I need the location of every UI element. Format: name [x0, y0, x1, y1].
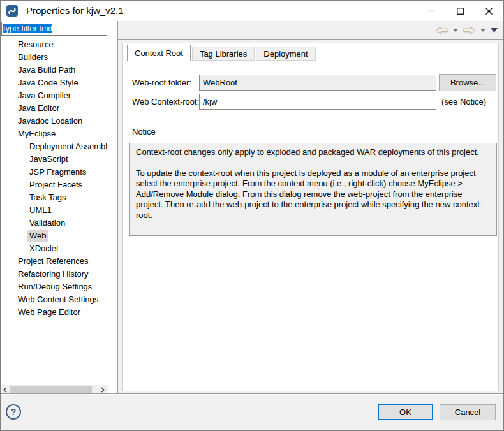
- close-icon: [485, 8, 493, 15]
- properties-sidebar: type filter text ResourceBuildersJava Bu…: [1, 21, 117, 395]
- page-area: Context RootTag LibrariesDeployment Web-…: [118, 21, 503, 395]
- filter-input[interactable]: type filter text: [1, 22, 107, 36]
- tree-item[interactable]: Validation: [1, 217, 117, 230]
- close-button[interactable]: [475, 1, 503, 21]
- button-bar: ? OK Cancel: [1, 393, 503, 430]
- tree-item[interactable]: JSP Fragments: [1, 166, 117, 179]
- minimize-icon: [428, 8, 435, 15]
- tree-item[interactable]: Deployment Assembl: [1, 140, 117, 153]
- tree-item[interactable]: Run/Debug Settings: [1, 281, 117, 293]
- browse-button[interactable]: Browse...: [439, 74, 496, 91]
- sidebar-horizontal-scrollbar[interactable]: [1, 385, 108, 394]
- tree-item[interactable]: Web Content Settings: [1, 293, 117, 306]
- back-button[interactable]: [434, 25, 449, 36]
- see-notice-text: (see Notice): [441, 94, 486, 110]
- help-button[interactable]: ?: [6, 404, 21, 420]
- properties-tree: ResourceBuildersJava Build PathJava Code…: [1, 38, 117, 319]
- tree-item[interactable]: JavaScript: [1, 153, 117, 166]
- scroll-right-arrow-icon[interactable]: [98, 385, 107, 394]
- tree-item[interactable]: Builders: [1, 51, 117, 64]
- window-controls: [417, 1, 503, 21]
- forward-menu-button[interactable]: [479, 27, 487, 33]
- tree-item[interactable]: Web: [1, 230, 117, 242]
- cancel-button[interactable]: Cancel: [440, 404, 496, 420]
- notice-box: Context-root changes only apply to explo…: [129, 143, 497, 236]
- tree-item[interactable]: Project Facets: [1, 179, 117, 191]
- properties-dialog: Properties for kjw_v2.1 type filter text…: [0, 0, 504, 431]
- tree-item[interactable]: Resource: [1, 38, 117, 51]
- web-context-root-field[interactable]: [199, 94, 436, 110]
- tab[interactable]: Tag Libraries: [192, 47, 255, 61]
- tree-item[interactable]: Java Code Style: [1, 77, 117, 89]
- back-arrow-icon: [436, 26, 448, 34]
- tree-item[interactable]: Refactoring History: [1, 268, 117, 281]
- tab[interactable]: Context Root: [127, 45, 191, 61]
- tree-item[interactable]: Task Tags: [1, 191, 117, 204]
- tree-item[interactable]: Java Build Path: [1, 64, 117, 77]
- myeclipse-app-icon: [6, 5, 18, 17]
- ok-button[interactable]: OK: [378, 404, 433, 420]
- tree-item[interactable]: Web Page Editor: [1, 306, 117, 319]
- maximize-icon: [457, 8, 464, 15]
- tree-item[interactable]: UML1: [1, 204, 117, 217]
- tab[interactable]: Deployment: [256, 47, 315, 61]
- scrollbar-thumb[interactable]: [10, 386, 92, 393]
- tab-strip: Context RootTag LibrariesDeployment: [123, 45, 498, 61]
- notice-paragraph-1: Context-root changes only apply to explo…: [136, 147, 490, 158]
- tree-item[interactable]: XDoclet: [1, 242, 117, 255]
- tree-item[interactable]: Javadoc Location: [1, 115, 117, 128]
- title-bar: Properties for kjw_v2.1: [1, 1, 503, 21]
- web-properties-panel: Context RootTag LibrariesDeployment Web-…: [122, 43, 499, 391]
- back-menu-button[interactable]: [452, 27, 459, 33]
- page-toolbar: [118, 21, 503, 40]
- minimize-button[interactable]: [417, 1, 446, 21]
- menu-triangle-icon: [491, 28, 498, 33]
- web-context-root-label: Web Context-root:: [132, 94, 199, 110]
- view-menu-button[interactable]: [489, 27, 499, 34]
- notice-heading: Notice: [132, 127, 156, 136]
- chevron-down-icon: [453, 29, 458, 32]
- tree-item[interactable]: Project References: [1, 255, 117, 268]
- window-title: Properties for kjw_v2.1: [26, 1, 124, 20]
- notice-paragraph-2: To update the context-root when this pro…: [136, 168, 490, 221]
- tree-item[interactable]: MyEclipse: [1, 128, 117, 140]
- scroll-left-arrow-icon[interactable]: [1, 385, 9, 394]
- forward-arrow-icon: [463, 26, 475, 34]
- tree-item[interactable]: Java Compiler: [1, 89, 117, 102]
- webroot-folder-label: Web-root folder:: [132, 75, 191, 91]
- chevron-down-icon: [480, 29, 485, 32]
- dialog-body: type filter text ResourceBuildersJava Bu…: [1, 21, 503, 395]
- maximize-button[interactable]: [446, 1, 475, 21]
- tree-item[interactable]: Java Editor: [1, 102, 117, 115]
- forward-button[interactable]: [462, 25, 477, 36]
- filter-text: type filter text: [3, 24, 52, 33]
- webroot-folder-field[interactable]: [199, 75, 436, 91]
